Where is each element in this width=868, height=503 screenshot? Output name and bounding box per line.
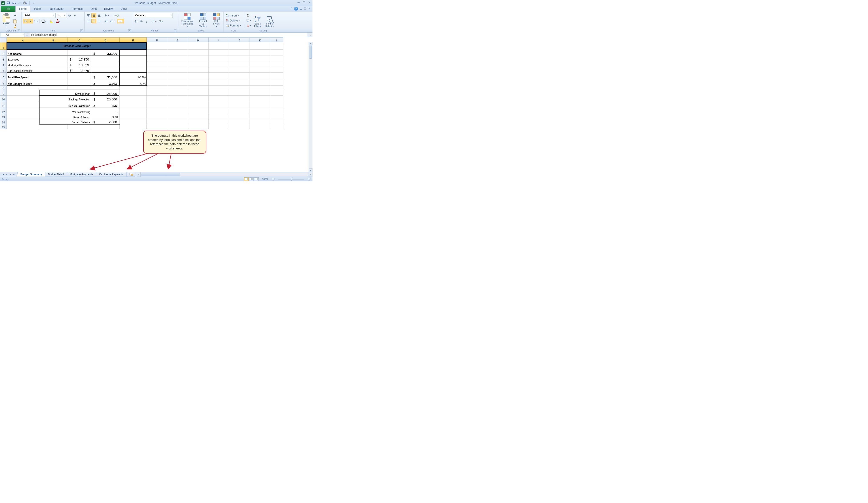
cell-D11[interactable]: $606 — [91, 101, 120, 108]
cell-D7[interactable]: $1,942 — [91, 79, 120, 86]
format-painter-button[interactable] — [12, 24, 19, 29]
cell-E6[interactable]: 94.1% — [120, 73, 147, 79]
merge-center-button[interactable]: a ▾ — [117, 19, 124, 23]
zoom-out-button[interactable]: − — [272, 178, 275, 181]
scroll-up-button[interactable]: ▲ — [309, 42, 312, 45]
cell-E2[interactable] — [120, 50, 147, 56]
new-sheet-button[interactable] — [127, 172, 135, 177]
vertical-scrollbar[interactable]: ▲ ▼ — [309, 42, 312, 172]
cell-C6[interactable] — [68, 73, 91, 79]
row-14[interactable]: 14 — [0, 119, 7, 124]
undo-button[interactable]: ▾ — [12, 1, 16, 5]
row-1[interactable]: 1 — [0, 42, 7, 50]
tab-file[interactable]: File — [1, 6, 15, 12]
col-A[interactable]: A — [7, 38, 39, 42]
next-sheet-button[interactable]: ▸ — [9, 173, 12, 176]
row-9[interactable]: 9 — [0, 90, 7, 96]
col-F[interactable]: F — [147, 38, 167, 42]
prev-sheet-button[interactable]: ◂ — [5, 173, 8, 176]
fill-color-button[interactable]: ▾ — [49, 19, 55, 23]
wrap-text-button[interactable] — [113, 13, 120, 18]
align-bottom-button[interactable] — [97, 13, 102, 18]
copy-button[interactable]: ▾ — [12, 19, 19, 23]
save-button[interactable] — [6, 1, 10, 5]
cell-B10[interactable]: Savings Projection — [39, 96, 91, 101]
shrink-font-button[interactable]: A▾ — [72, 13, 77, 18]
tab-review[interactable]: Review — [101, 6, 117, 12]
vscroll-thumb[interactable] — [309, 45, 312, 59]
row-13[interactable]: 13 — [0, 114, 7, 119]
underline-button[interactable]: U▾ — [33, 19, 39, 23]
cell-D12[interactable]: 10 — [91, 108, 120, 114]
comma-button[interactable]: , — [144, 19, 149, 23]
cell-C4[interactable]: $10,629 — [68, 61, 91, 67]
row-3[interactable]: 3 — [0, 56, 7, 61]
insert-cells-button[interactable]: Insert▾ — [225, 13, 243, 18]
page-break-view-button[interactable] — [254, 177, 259, 181]
find-select-button[interactable]: Find &Select ▾ — [264, 12, 276, 28]
col-I[interactable]: I — [208, 38, 229, 42]
cell-D10[interactable]: $25,606 — [91, 96, 120, 101]
page-layout-view-button[interactable] — [249, 177, 254, 181]
scroll-down-button[interactable]: ▼ — [309, 168, 312, 172]
bold-button[interactable]: B — [23, 19, 28, 23]
sheet-tab-budget-detail[interactable]: Budget Detail — [44, 172, 67, 177]
tab-formulas[interactable]: Formulas — [68, 6, 87, 12]
cell-A1[interactable]: Personal Cash Budget — [7, 42, 147, 50]
align-right-button[interactable] — [97, 19, 102, 23]
col-D[interactable]: D — [91, 38, 120, 42]
first-sheet-button[interactable]: I◂ — [1, 173, 4, 176]
cell-B11[interactable]: Plan vs Projection — [39, 101, 91, 108]
font-size-combo[interactable]: 14▾ — [56, 13, 66, 18]
help-icon[interactable]: ? — [294, 7, 298, 11]
cell-D6[interactable]: $31,058 — [91, 73, 120, 79]
customize-qat-button[interactable]: ▾ — [31, 1, 36, 5]
delete-cells-button[interactable]: Delete▾ — [225, 18, 243, 23]
format-as-table-button[interactable]: Format asTable ▾ — [196, 12, 210, 28]
cell-D9[interactable]: $25,000 — [91, 90, 120, 96]
row-2[interactable]: 2 — [0, 50, 7, 56]
horizontal-scrollbar[interactable]: ◂ ▸ — [137, 172, 312, 177]
expand-formula-bar-button[interactable]: ⌄ — [308, 33, 312, 37]
cell-A7[interactable]: Net Change in Cash — [7, 79, 68, 86]
cell-A4[interactable]: Mortgage Payments — [7, 61, 68, 67]
orientation-button[interactable]: ab▾ — [104, 13, 110, 18]
align-left-button[interactable] — [86, 19, 91, 23]
clipboard-launcher[interactable]: ↘ — [18, 29, 20, 32]
formula-input[interactable]: Personal Cash Budget — [30, 33, 307, 37]
sheet-tab-mortgage-payments[interactable]: Mortgage Payments — [65, 172, 96, 177]
cell-B13[interactable]: Rate of Return — [39, 114, 91, 119]
worksheet-grid[interactable]: A B C D E F G H I J K L 1 Personal Cash … — [0, 37, 312, 172]
cell-D3[interactable] — [91, 56, 120, 61]
align-top-button[interactable] — [86, 13, 91, 18]
cell-E7[interactable]: 5.9% — [120, 79, 147, 86]
percent-button[interactable]: % — [139, 19, 144, 23]
row-11[interactable]: 11 — [0, 101, 7, 108]
zoom-in-button[interactable]: + — [308, 178, 311, 181]
tab-home[interactable]: Home — [16, 6, 30, 12]
cell-D2[interactable]: $33,000 — [91, 50, 120, 56]
fx-button[interactable]: fx — [27, 33, 28, 36]
paste-button[interactable]: Paste ▾ — [1, 12, 11, 28]
select-all-corner[interactable] — [0, 38, 7, 42]
format-cells-button[interactable]: Format▾ — [225, 23, 243, 28]
cell-D4[interactable] — [91, 61, 120, 67]
cell-C2[interactable] — [68, 50, 91, 56]
name-box[interactable]: A1▾ — [1, 33, 25, 37]
cell-A6[interactable]: Total Plan Spend — [7, 73, 68, 79]
increase-decimal-button[interactable]: .0.00 — [152, 19, 158, 23]
minimize-button[interactable]: ▬ — [297, 1, 301, 4]
cell-E3[interactable] — [120, 56, 147, 61]
cell-C5[interactable]: $2,479 — [68, 67, 91, 73]
cell-A3[interactable]: Expenses — [7, 56, 68, 61]
restore-button[interactable]: ❐ — [302, 1, 306, 4]
decrease-decimal-button[interactable]: .00.0 — [158, 19, 164, 23]
sheet-tab-budget-summary[interactable]: Budget Summary — [16, 172, 45, 177]
cell-A5[interactable]: Car Lease Payments — [7, 67, 68, 73]
number-launcher[interactable]: ↘ — [174, 29, 176, 32]
align-center-button[interactable] — [91, 19, 96, 23]
minimize-ribbon-button[interactable]: ᐱ — [291, 7, 292, 10]
cell-A2[interactable]: Net Income — [7, 50, 68, 56]
normal-view-button[interactable] — [244, 177, 249, 181]
col-G[interactable]: G — [167, 38, 188, 42]
